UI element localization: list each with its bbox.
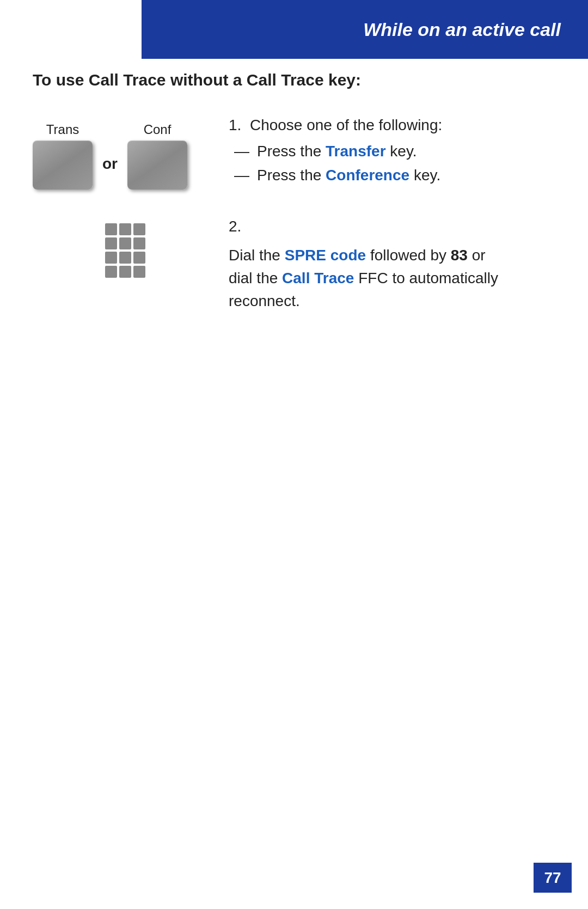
step-2-text: 2. Dial the SPRE code followed by 83 or … [218, 218, 555, 313]
step-2-paragraph: Dial the SPRE code followed by 83 or dia… [229, 244, 555, 313]
buttons-visual: Trans or Conf [33, 117, 218, 190]
header-banner: While on an active call [142, 0, 588, 59]
key-12 [133, 266, 145, 278]
step-1-text: 1. Choose one of the following: Press th… [218, 117, 555, 191]
key-4 [105, 237, 117, 249]
page-number-box: 77 [534, 863, 572, 893]
key-7 [105, 252, 117, 264]
step-2-row: 2. Dial the SPRE code followed by 83 or … [33, 218, 555, 313]
header-title: While on an active call [363, 19, 561, 40]
step-1-list: Press the Transfer key. Press the Confer… [229, 143, 555, 184]
conf-label: Conf [127, 122, 187, 137]
step-1-option-conference: Press the Conference key. [234, 167, 555, 184]
key-2 [119, 223, 131, 235]
conference-keyword: Conference [326, 167, 409, 184]
step-2-number-label: 2. [229, 218, 555, 235]
main-content: To use Call Trace without a Call Trace k… [33, 71, 555, 340]
keypad-grid [105, 223, 145, 278]
key-11 [119, 266, 131, 278]
transfer-keyword: Transfer [326, 143, 386, 160]
key-1 [105, 223, 117, 235]
number-83: 83 [451, 247, 468, 264]
call-trace-keyword: Call Trace [282, 270, 354, 286]
step-1-option-transfer: Press the Transfer key. [234, 143, 555, 160]
section-heading: To use Call Trace without a Call Trace k… [33, 71, 555, 89]
spre-code-keyword: SPRE code [285, 247, 366, 264]
key-9 [133, 252, 145, 264]
step-1-number: 1. Choose one of the following: [229, 117, 555, 134]
trans-label: Trans [33, 122, 93, 137]
key-8 [119, 252, 131, 264]
transfer-button[interactable] [33, 141, 93, 190]
step-1-row: Trans or Conf 1. Choose one of the follo… [33, 117, 555, 191]
key-6 [133, 237, 145, 249]
or-separator: or [102, 139, 118, 173]
key-5 [119, 237, 131, 249]
key-10 [105, 266, 117, 278]
page-number: 77 [544, 869, 561, 887]
key-3 [133, 223, 145, 235]
keypad-visual-container [33, 218, 218, 278]
conference-button[interactable] [127, 141, 187, 190]
